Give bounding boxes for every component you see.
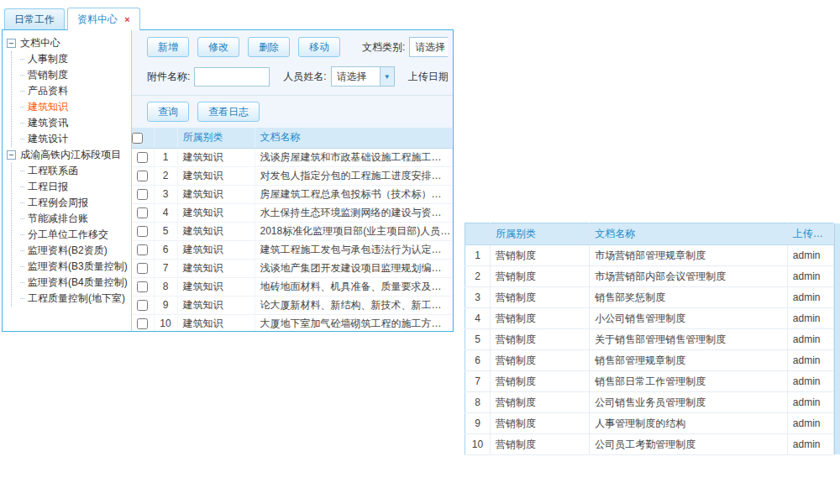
table-row[interactable]: 8 建筑知识 地砖地面材料、机具准备、质量要求及… [132, 277, 453, 296]
tree-item[interactable]: 分工单位工作移交 [19, 227, 129, 243]
select-all-checkbox[interactable] [132, 133, 143, 144]
table-row[interactable]: 9 营销制度 人事管理制度的结构 admin [465, 413, 834, 434]
tree-item[interactable]: 工程例会周报 [19, 195, 129, 211]
table-row[interactable]: 1 建筑知识 浅谈房屋建筑和市政基础设施工程施工… [132, 148, 453, 166]
tree-item[interactable]: 监理资料(B3质量控制) [19, 259, 129, 275]
uploader-cell: admin [787, 392, 833, 413]
tree-item[interactable]: 产品资料 [19, 83, 129, 99]
doc-name-cell: 关于销售部管理销售管理制度 [590, 329, 788, 350]
tab-label: 资料中心 [77, 13, 118, 25]
tree-item[interactable]: 营销制度 [19, 67, 129, 83]
tree-item-selected[interactable]: 建筑知识 [19, 99, 129, 115]
checkbox-cell [132, 259, 154, 277]
table-row[interactable]: 5 建筑知识 2018标准化监理项目部(业主项目部)人员… [132, 222, 453, 240]
table-row[interactable]: 6 建筑知识 建筑工程施工发包与承包违法行为认定… [132, 240, 453, 259]
row-number-cell: 9 [465, 413, 491, 434]
select-value: 请选择 [332, 67, 380, 86]
name-column-header[interactable]: 文档名称 [255, 128, 453, 148]
row-checkbox[interactable] [137, 226, 148, 237]
doc-name-cell: 对发包人指定分包的工程施工进度安排… [255, 166, 453, 185]
row-number-cell: 5 [465, 329, 491, 350]
row-checkbox[interactable] [137, 318, 148, 329]
row-checkbox[interactable] [137, 171, 148, 181]
category-cell: 建筑知识 [177, 296, 255, 314]
tree-item[interactable]: 节能减排台账 [19, 211, 129, 227]
tree-root-project[interactable]: 成渝高铁内江标段项目 [7, 147, 129, 163]
table-row[interactable]: 3 营销制度 销售部奖惩制度 admin [465, 287, 834, 308]
attachment-name-input[interactable] [194, 67, 270, 87]
uploader-cell: admin [787, 413, 833, 434]
window-body: 文档中心 人事制度 营销制度 产品资料 建筑知识 建筑资讯 建筑设计 成渝高铁内… [2, 29, 454, 332]
table-row[interactable]: 4 建筑知识 水土保持生态环境监测网络的建设与资… [132, 203, 453, 222]
doc-name-cell: 销售部奖惩制度 [590, 287, 788, 308]
table-row[interactable]: 1 营销制度 市场营销部管理规章制度 admin [465, 245, 834, 266]
doc-category-label: 文档类别: [362, 40, 405, 55]
doc-name-cell: 论大厦新材料、新结构、新技术、新工… [255, 296, 453, 314]
tree-item[interactable]: 工程联系函 [19, 163, 129, 179]
row-checkbox[interactable] [137, 207, 148, 218]
tree-root-document-center[interactable]: 文档中心 [7, 35, 129, 51]
row-checkbox[interactable] [137, 263, 148, 274]
tree-item[interactable]: 监理资料(B2资质) [19, 243, 129, 259]
move-button[interactable]: 移动 [298, 37, 340, 57]
row-checkbox[interactable] [137, 244, 148, 255]
row-number-cell: 5 [154, 222, 177, 240]
row-checkbox[interactable] [137, 152, 148, 163]
tree-item[interactable]: 建筑资讯 [19, 115, 129, 131]
tree-item[interactable]: 监理资料(B4质量控制) [19, 275, 129, 291]
delete-button[interactable]: 删除 [248, 37, 290, 57]
close-tab-icon[interactable]: × [124, 14, 129, 24]
table-row[interactable]: 3 建筑知识 房屋建筑工程总承包投标书（技术标）… [132, 185, 453, 203]
row-number-cell: 8 [154, 277, 177, 296]
collapse-icon[interactable] [7, 150, 16, 160]
table-row[interactable]: 5 营销制度 关于销售部管理销售管理制度 admin [465, 329, 834, 350]
tree-item[interactable]: 建筑设计 [19, 131, 129, 147]
modify-button[interactable]: 修改 [197, 37, 239, 57]
tab-daily-work[interactable]: 日常工作 [4, 8, 65, 29]
category-cell: 建筑知识 [177, 148, 255, 166]
row-number-cell: 10 [154, 314, 177, 331]
tab-label: 日常工作 [14, 13, 55, 25]
table-row[interactable]: 7 营销制度 销售部日常工作管理制度 admin [465, 371, 834, 392]
query-row: 查询 查看日志 [132, 95, 453, 128]
table2-scrollbar[interactable] [834, 223, 840, 454]
table-row[interactable]: 10 营销制度 公司员工考勤管理制度 admin [465, 434, 834, 455]
tab-bar: 日常工作 资料中心 × [2, 7, 454, 29]
row-number-column-header [465, 223, 491, 245]
uploader-column-header[interactable]: 上传… [787, 223, 833, 245]
table-row[interactable]: 10 建筑知识 大厦地下室加气砼墙砌筑工程的施工方… [132, 314, 453, 331]
table-row[interactable]: 6 营销制度 销售部管理规章制度 admin [465, 350, 834, 371]
query-button[interactable]: 查询 [147, 102, 189, 122]
checkbox-cell [132, 296, 154, 314]
view-log-button[interactable]: 查看日志 [197, 102, 260, 122]
add-button[interactable]: 新增 [147, 37, 189, 57]
tree-item[interactable]: 人事制度 [19, 51, 129, 67]
tree-root-label: 文档中心 [20, 35, 60, 51]
category-column-header[interactable]: 所属别类 [177, 128, 255, 148]
row-number-cell: 6 [154, 240, 177, 259]
category-cell: 营销制度 [491, 434, 590, 455]
person-name-select[interactable]: 请选择 ▼ [331, 66, 395, 87]
row-checkbox[interactable] [137, 281, 148, 292]
checkbox-cell [132, 222, 154, 240]
tree-item[interactable]: 工程质量控制(地下室) [19, 291, 129, 307]
checkbox-cell [132, 314, 154, 331]
tab-data-center[interactable]: 资料中心 × [67, 8, 140, 30]
row-checkbox[interactable] [137, 189, 148, 200]
doc-category-select[interactable]: 请选择 ▼ [409, 37, 448, 57]
table-row[interactable]: 7 建筑知识 浅谈地产集团开发建设项目监理规划编… [132, 259, 453, 277]
category-cell: 营销制度 [491, 245, 590, 266]
table-row[interactable]: 8 营销制度 公司销售业务员管理制度 admin [465, 392, 834, 413]
collapse-icon[interactable] [7, 39, 16, 48]
category-column-header[interactable]: 所属别类 [491, 223, 590, 245]
filter-row: 附件名称: 人员姓名: 请选择 ▼ 上传日期 [147, 66, 448, 87]
table-row[interactable]: 9 建筑知识 论大厦新材料、新结构、新技术、新工… [132, 296, 453, 314]
table-row[interactable]: 2 建筑知识 对发包人指定分包的工程施工进度安排… [132, 166, 453, 185]
table-row[interactable]: 2 营销制度 市场营销部内部会议管理制度 admin [465, 266, 834, 287]
row-checkbox[interactable] [137, 300, 148, 311]
name-column-header[interactable]: 文档名称 [590, 223, 788, 245]
table-row[interactable]: 4 营销制度 小公司销售管理制度 admin [465, 308, 834, 329]
tree-item[interactable]: 工程日报 [19, 179, 129, 195]
row-number-cell: 1 [154, 148, 177, 166]
row-number-column-header [154, 128, 177, 148]
